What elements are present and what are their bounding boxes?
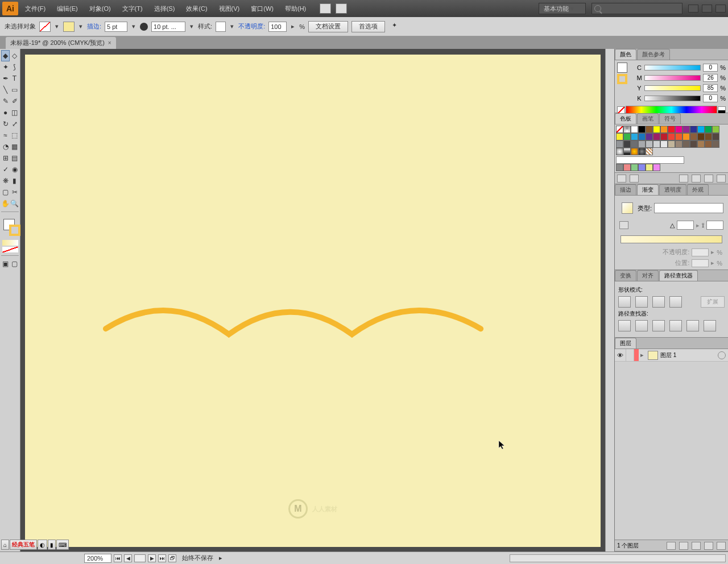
lasso-tool[interactable]: ⟆ (10, 61, 19, 73)
tab-pathfinder[interactable]: 路径查找器 (659, 270, 698, 281)
style-swatch[interactable] (216, 22, 226, 32)
opacity-label[interactable]: 不透明度: (238, 22, 265, 31)
preferences-button[interactable]: 首选项 (351, 21, 385, 32)
eraser-tool[interactable]: ◫ (10, 107, 19, 118)
layer-target-icon[interactable] (718, 351, 726, 359)
swatch-grid[interactable] (616, 126, 727, 133)
tab-layers[interactable]: 图层 (615, 338, 636, 349)
stroke-swatch[interactable] (63, 22, 75, 32)
angle-input[interactable] (677, 221, 694, 230)
merge-button[interactable] (652, 320, 665, 331)
delete-swatch-icon[interactable] (717, 175, 726, 183)
tab-transform[interactable]: 变换 (615, 270, 636, 281)
ime-bar[interactable]: ⌂ 经典五笔 ◐ ▮ ⌨ (1, 539, 69, 550)
stroke-label[interactable]: 描边: (87, 22, 101, 31)
opacity-input[interactable]: 100 (268, 22, 287, 32)
vertical-scrollbar[interactable] (605, 49, 614, 551)
menu-view[interactable]: 视图(V) (214, 3, 245, 14)
width-tool[interactable]: ≈ (1, 130, 10, 141)
blend-tool[interactable]: ◉ (10, 164, 19, 175)
new-layer-icon[interactable] (704, 542, 713, 550)
gradient-tool[interactable]: ▤ (10, 152, 19, 164)
screen-mode-full[interactable]: ▢ (10, 258, 19, 269)
artboard[interactable]: M 人人素材 (25, 55, 601, 547)
last-artboard-button[interactable]: ⏭ (158, 554, 166, 562)
minus-back-button[interactable] (704, 320, 716, 331)
magic-wand-tool[interactable]: ✦ (1, 61, 10, 73)
new-color-group-icon[interactable] (692, 175, 701, 183)
stroke-dropdown[interactable]: ▾ (78, 23, 84, 30)
artboard-nav-input[interactable] (134, 554, 146, 562)
unite-button[interactable] (618, 296, 631, 308)
menu-window[interactable]: 窗口(W) (246, 3, 278, 14)
tab-appearance[interactable]: 外观 (687, 184, 709, 195)
yellow-slider[interactable] (644, 85, 701, 91)
cyan-value-input[interactable]: 0 (703, 64, 718, 72)
swatch-menu-icon[interactable] (630, 175, 639, 183)
menu-object[interactable]: 对象(O) (85, 3, 115, 14)
direct-selection-tool[interactable]: ◇ (10, 50, 19, 61)
first-artboard-button[interactable]: ⏮ (114, 554, 122, 562)
status-chevron-icon[interactable]: ▸ (219, 554, 222, 562)
tab-color-guide[interactable]: 颜色参考 (637, 49, 670, 60)
yellow-value-input[interactable]: 85 (703, 84, 718, 92)
divide-button[interactable] (618, 320, 631, 331)
selection-tool[interactable]: ◆ (1, 50, 10, 61)
tab-swatches[interactable]: 色板 (615, 113, 636, 124)
ime-name[interactable]: 经典五笔 (10, 540, 37, 550)
fill-stroke-indicator[interactable] (1, 217, 19, 237)
paintbrush-tool[interactable]: ✎ (1, 96, 10, 107)
document-tab[interactable]: 未标题-19* @ 200% (CMYK/预览) × (6, 37, 116, 49)
document-tab-close[interactable]: × (108, 40, 111, 46)
menu-edit[interactable]: 编辑(E) (52, 3, 82, 14)
tab-color[interactable]: 颜色 (615, 49, 636, 60)
next-artboard-button[interactable]: ▶ (148, 554, 156, 562)
artboard-popup-button[interactable]: 🗗 (168, 554, 176, 562)
close-button[interactable] (715, 5, 726, 13)
new-swatch-icon[interactable] (704, 175, 713, 183)
align-artboard-icon[interactable]: ✦ (392, 22, 403, 32)
black-slider[interactable] (644, 96, 701, 101)
stroke-indicator[interactable] (9, 225, 20, 236)
type-tool[interactable]: T (10, 73, 19, 84)
rectangle-tool[interactable]: ▭ (10, 84, 19, 96)
fill-swatch[interactable] (39, 22, 51, 32)
tab-gradient[interactable]: 渐变 (637, 184, 659, 195)
canvas-area[interactable]: M 人人素材 (20, 49, 605, 551)
workspace-selector[interactable]: 基本功能 (539, 3, 586, 14)
swatch-library-icon[interactable] (617, 175, 626, 183)
mesh-tool[interactable]: ⊞ (1, 152, 10, 164)
layer-visibility-toggle[interactable]: 👁 (615, 349, 626, 361)
aspect-input[interactable] (706, 221, 723, 230)
tab-brushes[interactable]: 画笔 (637, 113, 659, 124)
style-dropdown[interactable]: ▾ (229, 23, 235, 30)
layer-lock-toggle[interactable] (626, 349, 634, 361)
color-fill-swatch[interactable] (617, 63, 627, 73)
slice-tool[interactable]: ✂ (10, 186, 19, 198)
crop-button[interactable] (669, 320, 682, 331)
exclude-button[interactable] (669, 296, 682, 308)
maximize-button[interactable] (702, 5, 712, 13)
swatch-options-icon[interactable] (679, 175, 688, 183)
cyan-slider[interactable] (644, 65, 701, 70)
eyedropper-tool[interactable]: ✓ (1, 164, 10, 175)
line-tool[interactable]: ╲ (1, 84, 10, 96)
gradient-type-select[interactable] (654, 203, 723, 213)
layer-expand-icon[interactable]: ▸ (639, 351, 646, 359)
blob-brush-tool[interactable]: ● (1, 107, 10, 118)
hand-tool[interactable]: ✋ (1, 198, 10, 209)
menu-file[interactable]: 文件(F) (20, 3, 50, 14)
minimize-button[interactable] (688, 5, 698, 13)
delete-layer-icon[interactable] (717, 542, 726, 550)
shape-builder-tool[interactable]: ◔ (1, 141, 10, 152)
zoom-tool[interactable]: 🔍 (10, 198, 19, 209)
color-mode-toggle[interactable] (2, 240, 18, 246)
trim-button[interactable] (635, 320, 648, 331)
ime-mode-2[interactable]: ▮ (48, 540, 56, 550)
perspective-tool[interactable]: ▦ (10, 141, 19, 152)
ime-icon[interactable]: ⌂ (1, 540, 9, 550)
minus-front-button[interactable] (635, 296, 648, 308)
stroke-weight-input[interactable]: 5 pt (105, 22, 127, 32)
ime-mode-1[interactable]: ◐ (38, 540, 47, 550)
color-stroke-swatch[interactable] (617, 74, 627, 84)
